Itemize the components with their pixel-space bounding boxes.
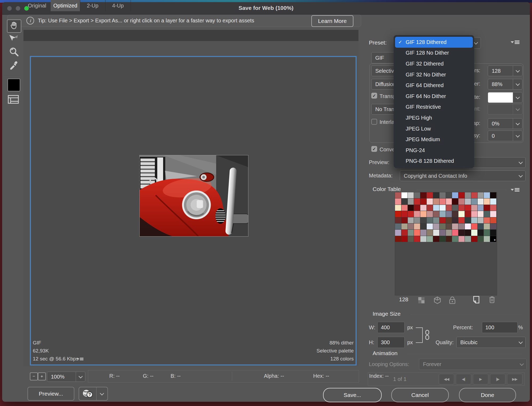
download-speed-menu-icon[interactable] (77, 357, 84, 361)
color-swatch[interactable] (395, 230, 401, 236)
color-swatch[interactable] (414, 217, 420, 223)
hand-tool-button[interactable] (7, 19, 21, 33)
color-swatch[interactable] (420, 230, 426, 236)
color-swatch[interactable] (440, 217, 446, 223)
matte-select[interactable] (488, 92, 522, 103)
color-swatch[interactable] (484, 205, 490, 211)
lossy-select[interactable]: 0 (488, 131, 522, 141)
zoom-in-button[interactable]: + (38, 372, 46, 380)
color-swatch[interactable] (408, 211, 414, 217)
color-swatch[interactable] (446, 192, 452, 198)
width-input[interactable]: 400 (377, 322, 405, 333)
color-swatch[interactable] (446, 198, 452, 204)
color-swatch[interactable] (420, 224, 426, 229)
color-swatch[interactable] (452, 224, 458, 229)
toggle-slices-visibility-button[interactable] (7, 94, 19, 105)
color-swatch[interactable] (395, 205, 401, 211)
color-swatch[interactable] (433, 230, 439, 236)
color-swatch[interactable] (458, 217, 465, 223)
color-swatch[interactable] (440, 230, 446, 236)
color-swatch[interactable] (478, 217, 484, 223)
next-frame-button[interactable]: |▶ (490, 374, 505, 384)
color-swatch[interactable] (433, 205, 439, 211)
color-swatch[interactable] (465, 217, 471, 223)
color-swatch[interactable] (458, 211, 465, 217)
color-swatch[interactable] (484, 192, 490, 198)
colors-select[interactable]: 128 (488, 66, 522, 76)
play-button[interactable]: ▶ (473, 374, 488, 384)
zoom-level-select[interactable]: 100% (47, 372, 85, 382)
color-swatch[interactable] (414, 211, 420, 217)
color-swatch[interactable] (471, 198, 477, 204)
color-swatch[interactable] (440, 205, 446, 211)
color-swatch[interactable] (414, 236, 420, 242)
color-swatch[interactable] (471, 224, 477, 229)
color-swatch[interactable] (452, 217, 458, 223)
color-swatch[interactable] (401, 211, 408, 217)
color-swatch[interactable] (465, 192, 471, 198)
color-swatch[interactable] (427, 211, 433, 217)
color-swatch[interactable] (484, 211, 490, 217)
color-swatch[interactable] (458, 230, 465, 236)
preset-menu-item[interactable]: GIF 128 No Dither (395, 48, 473, 59)
color-swatch[interactable] (408, 205, 414, 211)
metadata-select[interactable]: Copyright and Contact Info (400, 170, 526, 181)
color-swatch[interactable] (427, 230, 433, 236)
color-swatch[interactable] (433, 211, 439, 217)
color-swatch[interactable] (465, 230, 471, 236)
color-swatch[interactable] (395, 224, 401, 229)
color-swatch[interactable] (433, 236, 439, 242)
preset-menu-item[interactable]: ✓GIF 128 Dithered (395, 37, 473, 48)
color-swatch[interactable] (401, 224, 408, 229)
color-swatch[interactable] (440, 211, 446, 217)
color-swatch[interactable] (446, 217, 452, 223)
color-swatch[interactable] (408, 198, 414, 204)
color-swatch[interactable] (433, 198, 439, 204)
color-swatch[interactable] (452, 211, 458, 217)
color-swatch[interactable] (433, 217, 439, 223)
color-swatch[interactable] (446, 224, 452, 229)
transparency-checkbox[interactable]: ✓ (371, 93, 377, 99)
height-input[interactable]: 300 (377, 337, 405, 348)
color-swatch[interactable] (484, 236, 490, 242)
color-swatch[interactable] (484, 230, 490, 236)
color-swatch[interactable] (465, 236, 471, 242)
web-shift-cube-icon[interactable] (433, 296, 441, 305)
color-swatch[interactable] (471, 236, 477, 242)
delete-color-icon[interactable] (488, 296, 496, 305)
convert-srgb-checkbox[interactable]: ✓ (371, 146, 377, 152)
color-swatch[interactable] (490, 192, 496, 198)
color-swatch[interactable] (408, 230, 414, 236)
color-swatch[interactable] (401, 217, 408, 223)
preset-menu-item[interactable]: PNG-8 128 Dithered (395, 156, 473, 167)
tab-original[interactable]: Original (23, 0, 51, 11)
color-swatch[interactable] (478, 230, 484, 236)
color-swatch[interactable] (401, 230, 408, 236)
slice-select-tool-button[interactable] (8, 34, 19, 44)
color-swatch[interactable] (408, 217, 414, 223)
done-button[interactable]: Done (459, 388, 516, 402)
color-swatch[interactable] (465, 211, 471, 217)
color-swatch[interactable] (446, 211, 452, 217)
zoom-tool-button[interactable] (9, 47, 19, 58)
color-swatch[interactable] (490, 211, 496, 217)
color-swatch[interactable] (440, 198, 446, 204)
preset-menu-item[interactable]: GIF 64 Dithered (395, 80, 473, 91)
color-swatch[interactable] (446, 205, 452, 211)
preset-menu-item[interactable]: JPEG High (395, 112, 473, 123)
new-color-icon[interactable] (472, 296, 480, 305)
map-transparency-icon[interactable] (418, 297, 425, 305)
color-swatch[interactable] (458, 224, 465, 229)
color-swatch[interactable] (458, 198, 465, 204)
color-swatch[interactable] (465, 205, 471, 211)
cancel-button[interactable]: Cancel (391, 388, 449, 402)
preview-in-browser-button[interactable]: Preview... (27, 387, 74, 401)
color-swatch[interactable] (395, 211, 401, 217)
first-frame-button[interactable]: ◀◀ (439, 374, 454, 384)
color-swatch[interactable] (395, 217, 401, 223)
color-swatch[interactable] (465, 224, 471, 229)
color-swatch[interactable] (471, 192, 477, 198)
color-swatch[interactable] (427, 224, 433, 229)
color-swatch[interactable] (414, 224, 420, 229)
color-swatch[interactable] (427, 198, 433, 204)
